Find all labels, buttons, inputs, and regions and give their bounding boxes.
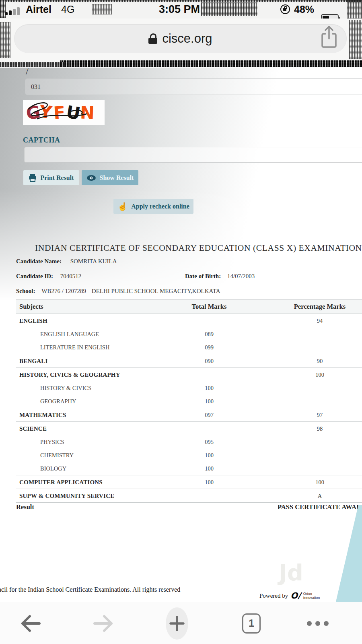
battery-percent-label: 48% xyxy=(294,4,314,15)
tab-count-icon: 1 xyxy=(242,613,261,634)
percentage-marks-cell: 94 xyxy=(278,317,362,324)
copyright-text: acil for the Indian School Certificate E… xyxy=(0,586,180,593)
total-marks-cell: 100 xyxy=(177,398,241,405)
carrier-label: Airtel xyxy=(26,4,51,15)
subject-cell: ENGLISH LANGUAGE xyxy=(40,330,99,337)
screen-noise xyxy=(0,0,362,2)
screen-noise xyxy=(0,22,10,58)
percentage-marks-cell: 98 xyxy=(278,425,362,432)
table-row: HISTORY, CIVICS & GEOGRAPHY 100 xyxy=(16,367,362,381)
certificate-title: INDIAN CERTIFICATE OF SECONDARY EDUCATIO… xyxy=(35,243,362,253)
total-marks-cell: 089 xyxy=(177,330,241,337)
plus-icon xyxy=(166,607,188,640)
subject-cell: HISTORY & CIVICS xyxy=(40,384,91,391)
subject-cell: SUPW & COMMUNITY SERVICE xyxy=(19,492,114,499)
candidate-id-value: 7040512 xyxy=(60,273,82,279)
screen-noise xyxy=(347,0,362,19)
result-label: Result xyxy=(16,503,34,511)
candidate-id-row: Candidate ID: 7040512 xyxy=(16,273,81,280)
total-marks-cell: 095 xyxy=(177,438,241,445)
apply-recheck-button[interactable]: ☝ Apply recheck online xyxy=(113,199,193,214)
total-marks-cell: 100 xyxy=(177,384,241,391)
percentage-marks-cell: 100 xyxy=(278,479,362,485)
powered-by-block: Powered by O/ Orion Innovation xyxy=(259,591,320,601)
total-marks-cell: 100 xyxy=(177,452,241,458)
more-options-button[interactable] xyxy=(304,602,332,644)
table-row: COMPUTER APPLICATIONS 100 100 xyxy=(16,475,362,489)
share-icon[interactable] xyxy=(319,25,339,50)
roll-number-value: 031 xyxy=(31,83,41,91)
school-name-value: DELHI PUBLIC SCHOOL MEGACITY,KOLKATA xyxy=(92,288,220,294)
screen-noise xyxy=(60,60,362,67)
status-bar: Airtel 4G 3:05 PM 48% xyxy=(0,0,362,19)
results-table-body: ENGLISH 94 ENGLISH LANGUAGE 089 LITERATU… xyxy=(16,314,362,502)
address-bar[interactable]: cisce.org xyxy=(14,24,347,53)
forward-button[interactable] xyxy=(88,602,120,644)
forward-arrow-icon xyxy=(92,614,115,633)
printer-icon xyxy=(29,174,37,182)
subject-cell: ENGLISH xyxy=(19,317,47,324)
back-arrow-icon xyxy=(19,614,42,633)
browser-toolbar: 1 xyxy=(0,602,362,644)
stray-slash-text: / xyxy=(26,68,29,77)
captcha-image: GYFUN xyxy=(23,100,105,125)
percentage-marks-cell: A xyxy=(278,492,362,499)
subject-cell: GEOGRAPHY xyxy=(40,398,76,405)
captcha-scribble xyxy=(23,100,105,125)
print-result-label: Print Result xyxy=(40,174,74,182)
pointing-hand-icon: ☝ xyxy=(117,202,128,211)
url-text: cisce.org xyxy=(162,31,212,46)
subject-cell: BIOLOGY xyxy=(40,465,66,472)
header-total-marks: Total Marks xyxy=(177,303,241,311)
table-row: CHEMISTRY 100 xyxy=(16,448,362,462)
print-result-button[interactable]: Print Result xyxy=(23,170,79,185)
total-marks-cell: 100 xyxy=(177,465,241,472)
tab-count: 1 xyxy=(249,617,254,629)
dob-label: Date of Birth: xyxy=(185,273,221,279)
total-marks-cell: 099 xyxy=(177,344,241,351)
screen-noise xyxy=(0,62,64,67)
table-row: MATHEMATICS 097 97 xyxy=(16,408,362,421)
powered-by-label: Powered by xyxy=(259,592,288,599)
school-code-value: WB276 / 1207289 xyxy=(41,288,86,294)
web-page-content: / 031 GYFUN CAPTCHA Print Result Show Re… xyxy=(0,68,362,602)
table-row: SUPW & COMMUNITY SERVICE A xyxy=(16,489,362,502)
table-row: SCIENCE 98 xyxy=(16,421,362,435)
subject-cell: SCIENCE xyxy=(19,425,47,432)
candidate-id-label: Candidate ID: xyxy=(16,273,53,279)
total-marks-cell: 100 xyxy=(177,479,241,485)
show-result-label: Show Result xyxy=(100,174,134,182)
total-marks-cell: 090 xyxy=(177,357,241,364)
candidate-name-value: SOMRITA KUILA xyxy=(70,258,117,264)
screen-noise xyxy=(349,20,362,59)
network-type-label: 4G xyxy=(61,4,74,15)
back-button[interactable] xyxy=(14,602,46,644)
candidate-name-label: Candidate Name: xyxy=(16,258,62,264)
subject-cell: PHYSICS xyxy=(40,438,64,445)
new-tab-button[interactable] xyxy=(166,602,188,644)
roll-number-field[interactable]: 031 xyxy=(25,78,362,95)
percentage-marks-cell: 97 xyxy=(278,411,362,418)
result-value: PASS CERTIFICATE AWARDED xyxy=(278,503,362,511)
show-result-button[interactable]: Show Result xyxy=(82,170,138,185)
tabs-button[interactable]: 1 xyxy=(241,602,261,644)
header-percentage-marks: Percentage Marks xyxy=(278,303,362,311)
school-row: School: WB276 / 1207289 DELHI PUBLIC SCH… xyxy=(16,288,220,295)
table-row: BENGALI 090 90 xyxy=(16,354,362,367)
orion-logo-name: Orion Innovation xyxy=(303,592,320,600)
screen-noise xyxy=(92,4,112,14)
table-row: BIOLOGY 100 xyxy=(16,462,362,475)
results-table: Subjects Total Marks Percentage Marks EN… xyxy=(16,299,362,503)
eye-icon xyxy=(86,175,96,181)
subject-cell: BENGALI xyxy=(19,357,48,364)
result-row: Result PASS CERTIFICATE AWARDED xyxy=(16,503,362,513)
clock-label: 3:05 PM xyxy=(159,3,200,16)
captcha-input[interactable] xyxy=(24,147,362,163)
table-row: ENGLISH LANGUAGE 089 xyxy=(16,327,362,341)
candidate-name-row: Candidate Name: SOMRITA KUILA xyxy=(16,258,117,265)
orion-logo-mark: O/ xyxy=(290,591,301,601)
table-row: GEOGRAPHY 100 xyxy=(16,394,362,408)
ellipsis-icon xyxy=(307,621,329,626)
table-row: ENGLISH 94 xyxy=(16,314,362,327)
subject-cell: COMPUTER APPLICATIONS xyxy=(19,479,103,485)
